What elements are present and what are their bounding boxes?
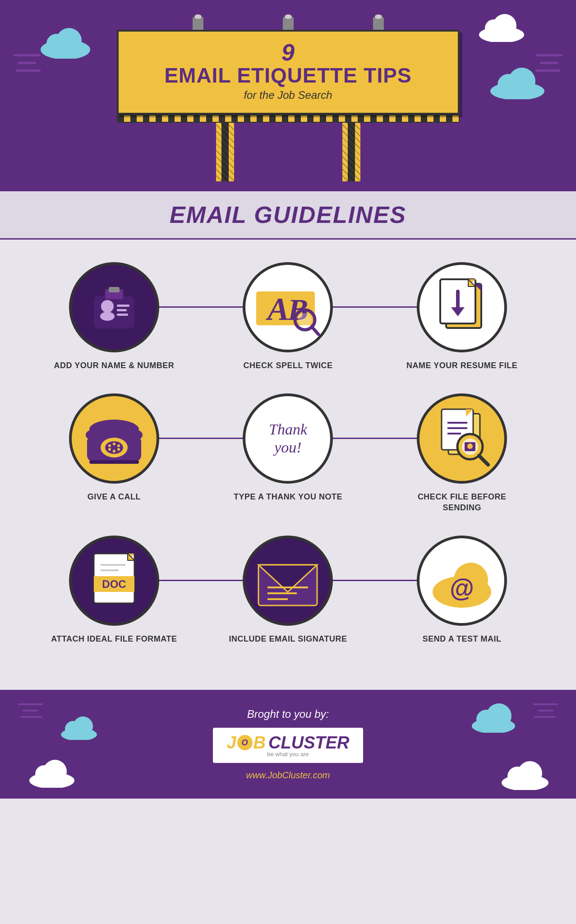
clip-left xyxy=(193,17,203,31)
logo-group: J O B CLUSTER be what you are xyxy=(226,733,349,758)
footer-logo-box: J O B CLUSTER be what you are xyxy=(213,728,363,763)
billboard-subtitle: for the Job Search xyxy=(137,89,440,102)
tip-name-resume-label: Name Your Resume File xyxy=(406,360,517,371)
tip-test-mail-circle: @ xyxy=(417,536,507,626)
svg-point-32 xyxy=(86,430,102,440)
tip-check-spell-circle: A B xyxy=(243,262,333,352)
svg-text:A: A xyxy=(266,291,289,327)
tip-check-file: Check File Before Sending xyxy=(399,393,525,513)
tip-check-spell: A B Check Spell Twice xyxy=(225,262,351,371)
footer-cloud-top-left xyxy=(59,715,99,742)
logo-tagline: be what you are xyxy=(267,751,309,758)
tip-give-call-circle xyxy=(69,393,159,484)
cloud-top-left xyxy=(38,25,92,60)
svg-text:@: @ xyxy=(450,574,474,602)
spell-check-icon: A B xyxy=(245,265,330,350)
tips-row-2: Give a Call Thankyou! Type a Thank You N… xyxy=(27,393,549,513)
footer-cloud-bottom-left xyxy=(27,757,77,790)
svg-rect-16 xyxy=(117,314,128,316)
billboard-board: 9 Email Etiquette Tips for the Job Searc… xyxy=(117,30,460,115)
tip-give-call: Give a Call xyxy=(51,393,177,502)
leg-left xyxy=(216,123,234,181)
tip-give-call-label: Give a Call xyxy=(88,492,141,502)
footer-url: www.JobCluster.com xyxy=(213,770,363,781)
svg-rect-11 xyxy=(109,287,120,292)
id-badge-icon xyxy=(72,265,157,350)
left-dashes xyxy=(14,54,41,72)
logo-text-row: J O B CLUSTER xyxy=(226,733,349,753)
tip-name-resume: Name Your Resume File xyxy=(399,262,525,371)
svg-rect-42 xyxy=(89,460,139,464)
svg-point-13 xyxy=(100,312,115,321)
tip-email-sig-label: Include Email Signature xyxy=(229,634,347,644)
svg-rect-15 xyxy=(117,309,127,311)
tip-email-sig-circle xyxy=(243,536,333,626)
billboard-clips xyxy=(117,17,460,31)
resume-file-icon xyxy=(419,265,504,350)
tips-row-1: Add Your Name & Number A B xyxy=(27,262,549,371)
svg-point-37 xyxy=(113,443,115,445)
tip-check-spell-label: Check Spell Twice xyxy=(243,360,332,371)
tip-add-name-label: Add Your Name & Number xyxy=(54,360,174,371)
svg-point-36 xyxy=(108,444,111,447)
svg-point-5 xyxy=(493,14,516,37)
svg-point-75 xyxy=(73,716,93,736)
footer-cloud-top-right xyxy=(470,703,517,735)
test-mail-icon: @ xyxy=(419,538,504,623)
svg-point-12 xyxy=(101,300,114,313)
svg-point-72 xyxy=(43,760,67,783)
guidelines-section: Email Guidelines xyxy=(0,189,576,240)
tip-add-name-circle xyxy=(69,262,159,352)
leg-right xyxy=(342,123,360,181)
svg-point-40 xyxy=(113,450,115,453)
footer-dashes-right xyxy=(533,703,558,718)
tip-thank-you: Thankyou! Type a Thank You Note xyxy=(225,393,351,502)
svg-point-8 xyxy=(508,68,535,95)
svg-line-22 xyxy=(312,327,318,334)
logo-b: B xyxy=(253,733,266,753)
cloud-top-right-white xyxy=(477,11,526,44)
billboard-title: Email Etiquette Tips xyxy=(137,64,440,87)
billboard-container: 9 Email Etiquette Tips for the Job Searc… xyxy=(117,17,460,182)
svg-point-41 xyxy=(108,448,111,451)
svg-point-52 xyxy=(467,444,473,449)
tips-section: Add Your Name & Number A B xyxy=(0,240,576,690)
svg-point-21 xyxy=(298,313,312,327)
tip-test-mail-label: Send a Test Mail xyxy=(423,634,502,644)
tip-email-sig: Include Email Signature xyxy=(225,536,351,644)
footer-brought-text: Broght to you by: xyxy=(213,708,363,721)
tip-thank-you-label: Type a Thank You Note xyxy=(234,492,342,502)
footer-dashes-left xyxy=(18,703,43,718)
svg-rect-9 xyxy=(94,296,134,328)
billboard-number: 9 xyxy=(137,41,440,64)
tip-test-mail: @ Send a Test Mail xyxy=(399,536,525,644)
billboard-section: 9 Email Etiquette Tips for the Job Searc… xyxy=(0,0,576,189)
logo-o-circle: O xyxy=(237,735,253,750)
svg-point-78 xyxy=(486,703,511,729)
footer-cloud-bottom-right xyxy=(499,758,551,792)
tips-row-3: DOC Attach Ideal File Formate xyxy=(27,536,549,644)
billboard-bottom-bar xyxy=(117,115,460,123)
svg-text:DOC: DOC xyxy=(102,578,126,590)
tip-attach-file-label: Attach Ideal File Formate xyxy=(51,634,177,644)
logo-cluster: CLUSTER xyxy=(268,733,349,753)
svg-point-39 xyxy=(117,448,120,451)
svg-point-38 xyxy=(117,444,120,447)
svg-point-2 xyxy=(56,28,82,53)
billboard-legs xyxy=(117,123,460,181)
check-file-icon xyxy=(419,396,504,481)
guidelines-title: Email Guidelines xyxy=(0,201,576,228)
doc-file-icon: DOC xyxy=(72,538,157,623)
tip-thank-you-circle: Thankyou! xyxy=(243,393,333,484)
tip-add-name: Add Your Name & Number xyxy=(51,262,177,371)
cloud-mid-right xyxy=(488,63,547,101)
phone-icon xyxy=(72,396,157,481)
svg-point-33 xyxy=(126,430,143,440)
clip-right xyxy=(373,17,384,31)
clip-center xyxy=(283,17,294,31)
svg-line-53 xyxy=(479,456,488,465)
email-signature-icon xyxy=(245,538,330,623)
thank-you-text: Thankyou! xyxy=(269,420,307,457)
tip-attach-file-circle: DOC xyxy=(69,536,159,626)
tip-check-file-label: Check File Before Sending xyxy=(399,492,525,513)
